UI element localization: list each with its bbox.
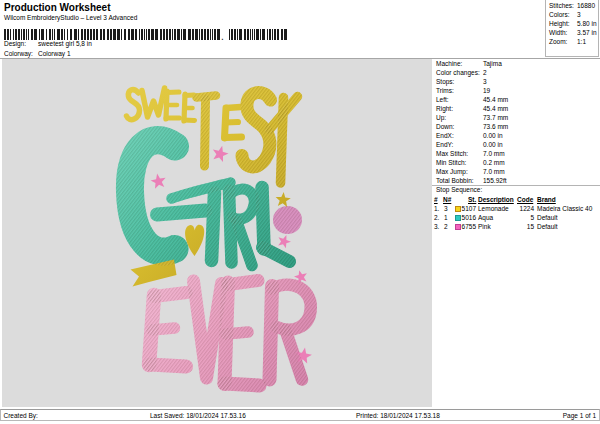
svg-text:,: , xyxy=(221,31,224,40)
